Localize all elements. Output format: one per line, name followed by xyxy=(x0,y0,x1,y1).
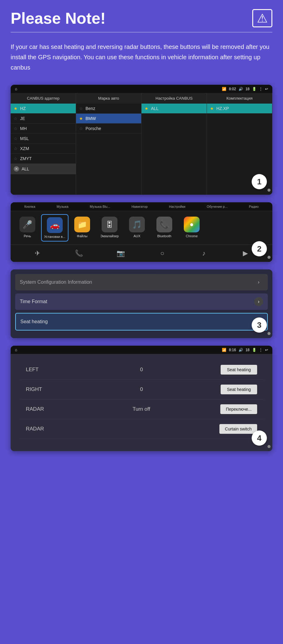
seat-label-right: RIGHT xyxy=(26,386,62,392)
seat-value-left: 0 xyxy=(129,367,154,373)
seat-label-radar1: RADAR xyxy=(26,406,62,412)
badge-4: 4 xyxy=(252,430,267,446)
seat-btn-right[interactable]: Seat heating xyxy=(221,385,257,394)
description-text: If your car has seat heating and reversi… xyxy=(0,33,283,82)
tab-knopka[interactable]: Кнопка xyxy=(24,205,35,208)
tab-train[interactable]: Обучение р... xyxy=(207,205,228,208)
app-icon-aux: 🎵 xyxy=(129,217,145,232)
home-icon-4[interactable]: ⌂ xyxy=(15,348,17,352)
screen3-container: System Configuration Information › Time … xyxy=(11,269,272,338)
menu-icon-4[interactable]: ⋮ xyxy=(259,348,263,352)
apps-grid: 🎤 Речь 🚗 Установки в... 📁 Файлы 🎛 Эквала… xyxy=(11,211,272,245)
back-icon-4[interactable]: ↩ xyxy=(265,348,268,352)
app-label-install: Установки в... xyxy=(44,235,65,238)
bottom-icon-nav[interactable]: ✈ xyxy=(32,248,43,259)
seat-row-left: LEFT 0 Seat heating xyxy=(20,360,263,380)
settings-arrow-timeformat[interactable]: › xyxy=(254,297,263,306)
app-icon-chrome: ● xyxy=(184,217,200,232)
settings-row-seatheating[interactable]: Seat heating › xyxy=(15,313,268,331)
canbus-item-je[interactable]: ☆JE xyxy=(11,114,76,124)
tab-radio[interactable]: Радио xyxy=(249,205,259,208)
volume-icon-4: 🔊 xyxy=(239,348,243,352)
screen2-container: Кнопка Музыка Музыка Blu... Навигатор На… xyxy=(11,202,272,262)
screen1-container: ⌂ 📶 8:02 🔊 18 🔋 ⋮ ↩ CANBUS адаптер Марка… xyxy=(11,85,272,195)
canbus-col-3: ★ALL xyxy=(142,104,207,195)
canbus-tab-2[interactable]: Настройка CANBUS xyxy=(142,93,207,104)
tab-music[interactable]: Музыка xyxy=(57,205,68,208)
app-icon-eq: 🎛 xyxy=(102,217,117,232)
seat-row-right: RIGHT 0 Seat heating xyxy=(20,380,263,399)
canbus-item-porsche[interactable]: ☆Porsche xyxy=(76,124,141,134)
battery-icon-4: 🔋 xyxy=(252,348,257,352)
canbus-item-zmyt[interactable]: ☆ZMYT xyxy=(11,154,76,164)
app-icon-mic: 🎤 xyxy=(19,217,35,232)
status-bar-left-4: ⌂ xyxy=(15,348,17,352)
scrollbar-1[interactable] xyxy=(267,189,271,192)
app-eq[interactable]: 🎛 Эквалайзер xyxy=(96,214,123,240)
app-icon-files: 📁 xyxy=(74,217,90,232)
back-icon-1[interactable]: ↩ xyxy=(265,87,268,91)
app-bluetooth[interactable]: 📞 Bluetooth xyxy=(151,214,178,240)
app-aux[interactable]: 🎵 AUX xyxy=(123,214,151,240)
screen4-container: ⌂ 📶 8:16 🔊 18 🔋 ⋮ ↩ LEFT 0 Seat heating … xyxy=(11,346,272,451)
bottom-icon-phone[interactable]: 📞 xyxy=(74,248,85,259)
settings-row-sysconfig[interactable]: System Configuration Information › xyxy=(15,274,268,290)
canbus-col-1: ★HZ ☆JE ☆MH ☆MSL ☆XZM ☆ZMYT ✕ALL xyxy=(11,104,76,195)
battery-icon-1: 🔋 xyxy=(252,87,257,91)
status-bar-right-4: 📶 8:16 🔊 18 🔋 ⋮ ↩ xyxy=(222,348,268,352)
seat-btn-radar1[interactable]: Переключе... xyxy=(220,404,257,414)
status-bar-right-1: 📶 8:02 🔊 18 🔋 ⋮ ↩ xyxy=(222,87,268,91)
page-title: Please Note! xyxy=(11,9,106,27)
settings-arrow-sysconfig[interactable]: › xyxy=(254,278,263,287)
tab-nav[interactable]: Навигатор xyxy=(131,205,148,208)
settings-row-timeformat[interactable]: Time Format › xyxy=(15,293,268,310)
badge-2: 2 xyxy=(252,241,267,256)
canbus-tab-0[interactable]: CANBUS адаптер xyxy=(11,93,76,104)
canbus-item-hz[interactable]: ★HZ xyxy=(11,104,76,114)
settings-row-seatheating-label: Seat heating xyxy=(20,319,48,324)
app-chrome[interactable]: ● Chrome xyxy=(178,214,205,240)
tab-settings[interactable]: Настройки xyxy=(169,205,185,208)
canbus-item-benz[interactable]: ☆Benz xyxy=(76,104,141,114)
volume-1: 18 xyxy=(246,87,250,91)
app-icon-install: 🚗 xyxy=(47,217,63,233)
app-rech[interactable]: 🎤 Речь xyxy=(14,214,41,240)
volume-4: 18 xyxy=(246,348,250,352)
signal-icon-4: 📶 xyxy=(222,348,226,352)
canbus-item-xzm[interactable]: ☆XZM xyxy=(11,144,76,154)
menu-icon-1[interactable]: ⋮ xyxy=(259,87,263,91)
canbus-item-all-1[interactable]: ✕ALL xyxy=(11,164,76,174)
bottom-icon-camera[interactable]: 📷 xyxy=(115,248,126,259)
app-files[interactable]: 📁 Файлы xyxy=(68,214,96,240)
seat-value-radar1: Turn off xyxy=(129,406,154,412)
bottom-icon-music[interactable]: ♪ xyxy=(198,248,209,259)
scrollbar-4[interactable] xyxy=(267,445,271,448)
signal-icon-1: 📶 xyxy=(222,87,226,91)
apps-top-bar: Кнопка Музыка Музыка Blu... Навигатор На… xyxy=(11,202,272,211)
canbus-tab-3[interactable]: Комплектация xyxy=(207,93,272,104)
seat-label-left: LEFT xyxy=(26,367,62,373)
settings-row-sysconfig-label: System Configuration Information xyxy=(20,279,92,285)
canbus-item-msl[interactable]: ☆MSL xyxy=(11,134,76,144)
app-label-eq: Эквалайзер xyxy=(100,234,119,238)
canbus-item-hzxp[interactable]: ★HZ.XP xyxy=(207,104,272,114)
tab-music-bt[interactable]: Музыка Blu... xyxy=(90,205,110,208)
app-label-chrome: Chrome xyxy=(186,234,197,238)
seat-row-radar1: RADAR Turn off Переключе... xyxy=(20,399,263,419)
canbus-item-all-3[interactable]: ★ALL xyxy=(142,104,207,114)
badge-3: 3 xyxy=(252,317,267,333)
canbus-tab-1[interactable]: Марка авто xyxy=(76,93,142,104)
seat-btn-radar2[interactable]: Curtain switch xyxy=(219,424,257,434)
app-label-files: Файлы xyxy=(77,234,88,238)
page-header: Please Note! ⚠ xyxy=(0,0,283,32)
seat-btn-left[interactable]: Seat heating xyxy=(221,365,257,375)
bottom-icon-video[interactable]: ▶ xyxy=(240,248,251,259)
bottom-icon-home[interactable]: ○ xyxy=(157,248,168,259)
canbus-item-mh[interactable]: ☆MH xyxy=(11,124,76,134)
home-icon-1[interactable]: ⌂ xyxy=(15,87,17,91)
status-bar-4: ⌂ 📶 8:16 🔊 18 🔋 ⋮ ↩ xyxy=(11,346,272,354)
canbus-item-bmw[interactable]: ★BMW xyxy=(76,114,141,124)
scrollbar-2[interactable] xyxy=(267,256,271,259)
app-install[interactable]: 🚗 Установки в... xyxy=(41,214,68,242)
scrollbar-3[interactable] xyxy=(267,332,271,335)
